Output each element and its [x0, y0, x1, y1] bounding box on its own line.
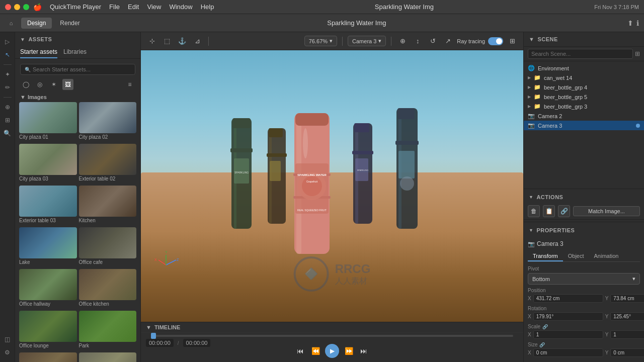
tab-render[interactable]: Render — [54, 18, 86, 29]
maximize-button[interactable] — [23, 4, 29, 10]
tool-magic[interactable]: ✦ — [2, 69, 13, 80]
tool-settings[interactable]: ⚙ — [2, 347, 13, 358]
rotation-x[interactable] — [533, 312, 603, 321]
list-item[interactable]: Office cafe — [79, 227, 137, 267]
list-item[interactable]: Office hallway — [19, 269, 77, 309]
camera-dropdown[interactable]: Camera 3 ▾ — [348, 36, 386, 46]
list-item[interactable]: Exterior table 02 — [79, 144, 137, 184]
tree-item-can-wet[interactable]: ▶ 📁 can_wet 14 — [524, 73, 644, 82]
tree-item-environment[interactable]: 🌐 Environment — [524, 63, 644, 73]
tree-item-camera-2[interactable]: 📷 Camera 2 — [524, 111, 644, 121]
scene-collapse-icon[interactable]: ▼ — [529, 36, 534, 42]
anchor-tool[interactable]: ⚓ — [176, 35, 188, 47]
viewport-settings-4[interactable]: ↗ — [442, 35, 454, 47]
menu-help[interactable]: Help — [201, 3, 214, 11]
viewport-settings-2[interactable]: ↕ — [412, 35, 424, 47]
scene-search-input[interactable] — [528, 49, 633, 59]
position-y[interactable] — [610, 294, 644, 303]
list-item[interactable]: Shelf — [19, 352, 77, 362]
tool-brush[interactable]: ✏ — [2, 82, 13, 93]
list-item[interactable]: Exterior table 03 — [19, 186, 77, 225]
timeline-collapse-icon[interactable]: ▼ — [146, 324, 151, 330]
timeline-scrubber[interactable] — [151, 335, 513, 337]
filter-all[interactable]: ◯ — [20, 79, 31, 90]
scale-y[interactable] — [610, 330, 644, 339]
list-item[interactable]: Office kitchen — [79, 269, 137, 309]
filter-shapes[interactable]: ◎ — [34, 79, 45, 90]
info-icon[interactable]: ℹ — [636, 19, 639, 27]
properties-header[interactable]: ▼ PROPERTIES — [524, 224, 644, 236]
step-back-button[interactable]: ⏪ — [310, 345, 321, 356]
menu-view[interactable]: View — [147, 3, 161, 11]
tree-item-bottle-3[interactable]: ▶ 📁 beer_bottle_grp 3 — [524, 102, 644, 111]
step-forward-button[interactable]: ⏩ — [343, 345, 354, 356]
zoom-dropdown[interactable]: 76.67% ▾ — [304, 36, 337, 46]
tool-select[interactable]: ▷ — [2, 36, 13, 47]
menu-window[interactable]: Window — [169, 3, 192, 11]
list-item[interactable]: City plaza 01 — [19, 102, 77, 142]
rotation-y[interactable] — [610, 312, 644, 321]
assets-search-bar[interactable]: 🔍 — [20, 64, 135, 75]
rewind-button[interactable]: ⏮ — [295, 345, 306, 356]
ray-tracing-switch[interactable] — [488, 37, 503, 45]
tool-grid[interactable]: ⊞ — [2, 115, 13, 126]
list-item[interactable]: Kitchen — [79, 186, 137, 225]
svg-rect-10 — [270, 161, 281, 181]
tool-anchor[interactable]: ⊕ — [2, 102, 13, 113]
viewport-settings-3[interactable]: ↺ — [427, 35, 439, 47]
scene-filter-icon[interactable]: ⊞ — [635, 50, 640, 57]
zoom-value: 76.67% — [309, 38, 328, 44]
menu-edit[interactable]: Edit — [128, 3, 139, 11]
align-tool[interactable]: ⊿ — [191, 35, 203, 47]
prop-tab-animation[interactable]: Animation — [589, 251, 624, 261]
tab-libraries[interactable]: Libraries — [63, 46, 87, 58]
close-button[interactable] — [5, 4, 11, 10]
ray-tracing-toggle[interactable]: Ray tracing — [457, 37, 503, 45]
delete-button[interactable]: 🗑 — [528, 205, 540, 217]
tab-design[interactable]: Design — [21, 18, 52, 29]
play-button[interactable]: ▶ — [325, 344, 339, 358]
prop-tab-transform[interactable]: Transform — [528, 251, 563, 261]
size-y[interactable] — [610, 348, 644, 357]
tool-layers[interactable]: ◫ — [2, 334, 13, 345]
minimize-button[interactable] — [14, 4, 20, 10]
filter-list-view[interactable]: ≡ — [124, 79, 135, 90]
prop-tab-object[interactable]: Object — [563, 251, 589, 261]
filter-effects[interactable]: ✶ — [48, 79, 59, 90]
tree-item-label: can_wet 14 — [544, 75, 572, 81]
scale-x[interactable] — [533, 330, 603, 339]
menu-quicktime[interactable]: QuickTime Player — [50, 3, 101, 11]
link-button[interactable]: 🔗 — [558, 205, 570, 217]
viewport-settings-1[interactable]: ⊕ — [396, 35, 409, 47]
list-item[interactable]: Office lounge — [19, 311, 77, 350]
tree-item-camera-3[interactable]: 📷 Camera 3 — [524, 121, 644, 130]
fast-forward-button[interactable]: ⏭ — [358, 345, 369, 356]
assets-search-input[interactable] — [33, 66, 131, 72]
tool-cursor[interactable]: ↖ — [2, 49, 13, 60]
viewport-extra[interactable]: ⊞ — [506, 35, 518, 47]
pivot-chevron-icon: ▾ — [632, 276, 635, 282]
list-item[interactable]: City plaza 02 — [79, 102, 137, 142]
list-item[interactable]: City plaza 03 — [19, 144, 77, 184]
position-x[interactable] — [533, 294, 603, 303]
match-image-button[interactable]: Match Image... — [573, 206, 640, 216]
tool-search[interactable]: 🔍 — [2, 128, 13, 139]
tree-item-bottle-4[interactable]: ▶ 📁 beer_bottle_grp 4 — [524, 82, 644, 92]
tab-starter-assets[interactable]: Starter assets — [20, 46, 57, 58]
menu-file[interactable]: File — [109, 3, 120, 11]
transform-tool[interactable]: ⊹ — [146, 35, 158, 47]
pivot-dropdown[interactable]: Bottom ▾ — [528, 273, 640, 285]
duplicate-button[interactable]: 📋 — [543, 205, 555, 217]
actions-header[interactable]: ▼ ACTIONS — [524, 191, 644, 203]
home-button[interactable]: ⌂ — [5, 17, 17, 29]
list-item[interactable]: Lake — [19, 227, 77, 267]
share-icon[interactable]: ⬆ — [627, 19, 633, 27]
tree-item-bottle-5[interactable]: ▶ 📁 beer_bottle_grp 5 — [524, 92, 644, 102]
images-collapse-icon[interactable]: ▼ — [20, 94, 26, 100]
list-item[interactable]: Stone bench — [79, 352, 137, 362]
list-item[interactable]: Park — [79, 311, 137, 350]
size-x[interactable] — [533, 348, 603, 357]
select-tool[interactable]: ⬚ — [161, 35, 173, 47]
filter-images[interactable]: 🖼 — [62, 79, 73, 90]
assets-collapse-icon[interactable]: ▼ — [20, 37, 25, 42]
